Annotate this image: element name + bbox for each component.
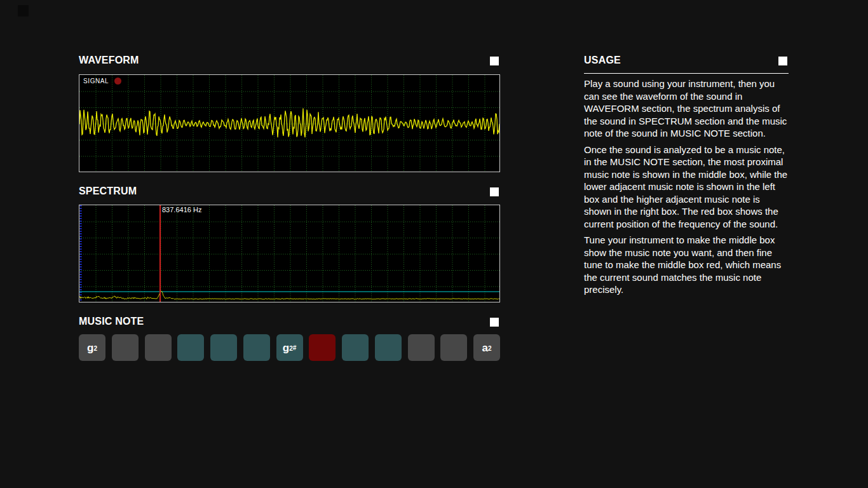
usage-paragraph-3: Tune your instrument to make the middle … — [584, 234, 789, 296]
signal-legend-label: SIGNAL — [83, 78, 109, 85]
usage-text: Play a sound using your instrument, then… — [584, 78, 789, 300]
note-box-13: a2 — [473, 334, 500, 361]
music-note-section-title: MUSIC NOTE — [79, 316, 144, 327]
waveform-legend: SIGNAL — [83, 78, 121, 85]
note-box-10 — [375, 334, 402, 361]
spectrum-section-header: SPECTRUM — [79, 186, 500, 198]
music-note-boxes: g2g2#a2 — [79, 334, 500, 361]
waveform-section-header: WAVEFORM — [79, 55, 500, 67]
usage-section-square-icon[interactable] — [778, 57, 787, 65]
note-box-8 — [309, 334, 336, 361]
waveform-section-title: WAVEFORM — [79, 55, 139, 65]
spectrum-section-square-icon[interactable] — [490, 187, 499, 196]
signal-status-dot-icon — [114, 78, 121, 85]
spectrum-section-title: SPECTRUM — [79, 186, 137, 196]
waveform-chart: SIGNAL — [79, 74, 500, 172]
note-box-4 — [177, 334, 204, 361]
music-note-section-header: MUSIC NOTE — [79, 316, 500, 329]
note-box-2 — [112, 334, 139, 361]
note-box-1: g2 — [79, 334, 105, 361]
note-box-12 — [440, 334, 467, 361]
music-note-section-square-icon[interactable] — [490, 318, 499, 327]
usage-section-title: USAGE — [584, 55, 621, 65]
spectrum-chart: 837.6416 Hz — [79, 205, 500, 302]
note-box-5 — [210, 334, 237, 361]
usage-divider — [584, 73, 789, 74]
note-box-11 — [408, 334, 435, 361]
peak-frequency-label: 837.6416 Hz — [162, 206, 201, 214]
spectrum-plot — [79, 205, 499, 302]
window-corner-box — [18, 5, 29, 17]
waveform-plot — [79, 75, 499, 172]
usage-section-header: USAGE — [584, 55, 789, 67]
note-box-3 — [145, 334, 172, 361]
note-box-6 — [243, 334, 270, 361]
usage-paragraph-2: Once the sound is analyzed to be a music… — [584, 144, 789, 231]
note-box-7: g2# — [276, 334, 303, 361]
waveform-section-square-icon[interactable] — [490, 57, 499, 65]
note-box-9 — [342, 334, 369, 361]
usage-paragraph-1: Play a sound using your instrument, then… — [584, 78, 789, 140]
